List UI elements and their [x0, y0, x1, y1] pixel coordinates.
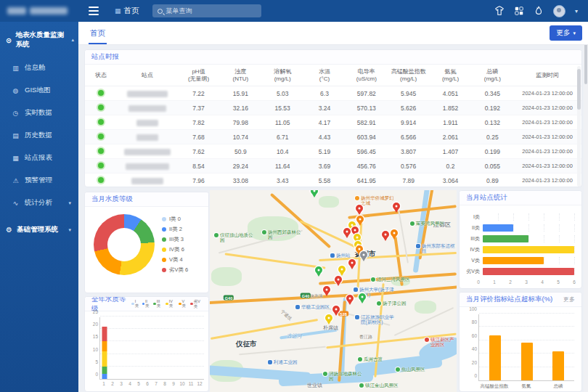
station-marker-red[interactable] — [351, 226, 359, 234]
map-label-江苏旅游职业学院(新校区)[interactable]: 江苏旅游职业学院(新校区) — [355, 314, 396, 325]
sidebar-item-GIS地图[interactable]: ◍GIS地图 — [0, 79, 78, 102]
legend-item-I类[interactable]: I类 — [131, 299, 139, 309]
theme-icon[interactable] — [494, 6, 505, 16]
table-row[interactable]: 7.2215.915.036.3597.825.9454.0510.345202… — [85, 86, 581, 101]
legend-item-III类[interactable]: III类 3 — [162, 236, 188, 243]
legend-item-IV类[interactable]: IV类 — [166, 299, 176, 309]
map-label-扬州东部客运枢纽[interactable]: 扬州东部客运枢纽 — [416, 243, 457, 254]
tab-home[interactable]: 首页 — [89, 23, 107, 44]
app-logo — [0, 0, 78, 22]
value-cell: 5.945 — [388, 90, 430, 97]
station-stats-chart[interactable]: I类II类III类IV类V类劣V类 — [460, 205, 581, 278]
avatar[interactable] — [553, 5, 565, 17]
sidebar-item-历史数据[interactable]: ▤历史数据 — [0, 124, 78, 147]
month-station-stats-panel: 当月站点统计 I类II类III类IV类V类劣V类 0123456 — [459, 190, 582, 289]
station-marker-orange[interactable] — [356, 216, 364, 223]
table-row[interactable]: 7.6250.910.45.19596.453.8071.4070.199202… — [85, 144, 581, 159]
chevron-down-icon[interactable]: ▾ — [575, 8, 578, 15]
map-label-运河三湾风景区[interactable]: 运河三湾风景区 — [371, 277, 410, 282]
map-label-镇江金山风景区[interactable]: 镇江金山风景区 — [359, 383, 399, 388]
station-marker-orange[interactable] — [391, 229, 398, 237]
station-marker-red[interactable] — [346, 295, 354, 302]
legend-item-劣V类[interactable]: 劣V类 6 — [162, 266, 188, 274]
legend-item-V类[interactable]: V类 4 — [162, 256, 188, 264]
page-scrollbar[interactable] — [584, 22, 588, 392]
station-marker-yellow[interactable] — [354, 234, 361, 241]
sidebar-item-基础管理系统[interactable]: ⚙基础管理系统▾ — [0, 217, 78, 242]
legend-item-V类[interactable]: V类 — [179, 299, 188, 309]
search-input[interactable]: 菜单查询 — [152, 4, 261, 17]
sidebar-item-信息舱[interactable]: ▥信息舱 — [0, 57, 78, 79]
home-nav[interactable]: ▦ 首页 — [115, 6, 139, 16]
value-cell: 10.4 — [261, 148, 303, 155]
map-label-利通工业园[interactable]: 利通工业园 — [268, 359, 298, 364]
map-canvas[interactable]: 扬州市仪征市江都区朴席镇世业镇古运河沪陕高速宁通线春江路扬州西郊森林公园仪征捺山… — [210, 190, 457, 392]
topbar-actions: ▾ — [494, 5, 588, 17]
ytick: 20 — [472, 359, 479, 364]
station-name-cell — [117, 89, 178, 97]
poi-label: 仪征捺山地质公园 — [220, 232, 255, 243]
table-row[interactable]: 7.8279.9811.054.17582.919.9141.9110.1322… — [85, 115, 581, 130]
year-grade-legend: I类II类III类IV类V类劣V类 — [131, 299, 204, 309]
value-cell: 15.91 — [219, 90, 261, 97]
station-marker-yellow[interactable] — [338, 266, 346, 273]
value-cell: 5.19 — [303, 148, 346, 155]
legend-item-I类[interactable]: I类 0 — [162, 216, 188, 223]
station-marker-green[interactable] — [359, 293, 366, 301]
station-marker-red[interactable] — [332, 306, 340, 313]
station-marker-red[interactable] — [348, 259, 356, 266]
table-scrollbar-thumb[interactable] — [577, 69, 581, 110]
station-marker-red[interactable] — [323, 286, 330, 293]
sidebar-system-title[interactable]: ⊙ 地表水质量监测系统 ▴ — [0, 22, 78, 57]
layout-icon[interactable] — [514, 6, 524, 16]
map-label-扬子津公园[interactable]: 扬子津公园 — [377, 301, 407, 306]
more-button[interactable]: 更多 ▾ — [550, 25, 582, 41]
legend-dot — [162, 248, 166, 252]
xtick: 5 — [137, 381, 140, 386]
station-marker-red[interactable] — [356, 205, 363, 212]
value-cell: 0.89 — [471, 177, 513, 184]
station-marker-yellow[interactable] — [325, 314, 332, 322]
table-row[interactable]: 7.3732.1615.533.24570.135.6261.8520.1922… — [85, 101, 581, 115]
station-marker-green[interactable] — [311, 190, 318, 195]
table-scrollbar[interactable] — [577, 66, 581, 187]
grade-donut-chart[interactable] — [94, 214, 155, 275]
map-highway — [348, 205, 457, 219]
station-marker-red[interactable] — [335, 276, 342, 283]
station-marker-red[interactable] — [343, 228, 351, 235]
table-row[interactable]: 8.5429.2411.643.69456.760.5760.20.055202… — [85, 159, 581, 173]
sidebar-item-预警管理[interactable]: ⚠预警管理 — [0, 169, 78, 192]
sidebar-item-实时数据[interactable]: ◷实时数据 — [0, 102, 78, 124]
station-marker-red[interactable] — [382, 231, 389, 238]
value-cell: 33.08 — [219, 177, 261, 184]
table-row[interactable]: 7.6810.746.714.43603.946.5662.0610.25202… — [85, 130, 581, 144]
table-row[interactable]: 7.9633.083.435.58641.957.893.0640.892024… — [85, 173, 581, 187]
map-label-瓜洲古渡[interactable]: 瓜洲古渡 — [358, 356, 383, 362]
legend-item-劣V类[interactable]: 劣V类 — [190, 299, 204, 309]
sidebar-item-统计分析[interactable]: ∿统计分析▾ — [0, 192, 78, 214]
station-marker-red[interactable] — [393, 203, 400, 210]
map-label-仪征捺山地质公园[interactable]: 仪征捺山地质公园 — [214, 232, 255, 243]
sidebar-item-label: 站点报表 — [25, 153, 52, 163]
exceed-rate-chart[interactable]: 020406080100 — [478, 314, 574, 381]
legend-item-II类[interactable]: II类 — [142, 299, 152, 309]
map-label-茱萸湾风景区[interactable]: 茱萸湾风景区 — [410, 221, 444, 226]
exceed-rate-more-link[interactable]: 更多 — [563, 295, 575, 303]
legend-label: I类 — [135, 299, 140, 309]
map-label-扬州西郊森林公园[interactable]: 扬州西郊森林公园 — [262, 229, 303, 240]
map-label-扬州站[interactable]: 扬州站 — [330, 253, 351, 258]
legend-item-II类[interactable]: II类 2 — [162, 226, 188, 233]
sidebar-item-站点报表[interactable]: ▦站点报表 — [0, 147, 78, 169]
map-label-镇江新区产业园区[interactable]: 镇江新区产业园区 — [425, 337, 457, 348]
map-label-华糖工业园区[interactable]: 华糖工业园区 — [295, 304, 330, 309]
station-marker-green[interactable] — [315, 266, 322, 274]
flame-icon[interactable] — [534, 6, 544, 16]
menu-collapse-icon[interactable] — [83, 0, 105, 22]
legend-item-IV类[interactable]: IV类 6 — [162, 246, 188, 253]
year-grade-chart[interactable]: 0510152025 — [99, 317, 204, 380]
blue-poi-icon — [330, 253, 335, 258]
legend-item-III类[interactable]: III类 — [153, 299, 163, 309]
station-marker-gray[interactable] — [360, 251, 367, 258]
map-label-焦山风景区[interactable]: 焦山风景区 — [396, 367, 425, 372]
map-label-润扬湿地森林公园[interactable]: 润扬湿地森林公园 — [323, 371, 364, 382]
